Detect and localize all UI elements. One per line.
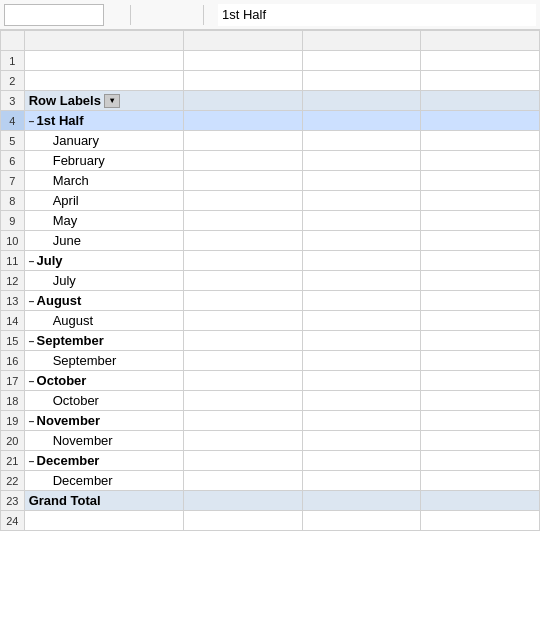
- cell[interactable]: [421, 131, 540, 151]
- cell[interactable]: [184, 431, 303, 451]
- cell[interactable]: [184, 451, 303, 471]
- cell[interactable]: [24, 51, 184, 71]
- cell[interactable]: [421, 171, 540, 191]
- cell[interactable]: [421, 511, 540, 531]
- formula-input[interactable]: [218, 4, 536, 26]
- cell[interactable]: [302, 111, 421, 131]
- collapse-icon[interactable]: −: [29, 416, 35, 427]
- cell[interactable]: [184, 171, 303, 191]
- cell[interactable]: December: [24, 471, 184, 491]
- cell[interactable]: [421, 451, 540, 471]
- cell[interactable]: [302, 91, 421, 111]
- cell[interactable]: [184, 291, 303, 311]
- cell[interactable]: [184, 151, 303, 171]
- cell[interactable]: [302, 331, 421, 351]
- collapse-icon[interactable]: −: [29, 456, 35, 467]
- cell[interactable]: [302, 51, 421, 71]
- cell[interactable]: [184, 131, 303, 151]
- cell[interactable]: [24, 71, 184, 91]
- cell[interactable]: [302, 431, 421, 451]
- cell[interactable]: [421, 271, 540, 291]
- cancel-button[interactable]: [157, 4, 177, 26]
- cell[interactable]: Row Labels▾: [24, 91, 184, 111]
- cell[interactable]: April: [24, 191, 184, 211]
- cell[interactable]: [302, 351, 421, 371]
- collapse-icon[interactable]: −: [29, 336, 35, 347]
- cell[interactable]: [421, 411, 540, 431]
- cell[interactable]: [302, 131, 421, 151]
- cell[interactable]: [184, 71, 303, 91]
- filter-dropdown-button[interactable]: ▾: [104, 94, 120, 108]
- cell[interactable]: −December: [24, 451, 184, 471]
- cell[interactable]: −November: [24, 411, 184, 431]
- cell[interactable]: [421, 331, 540, 351]
- collapse-icon[interactable]: −: [29, 296, 35, 307]
- cell[interactable]: May: [24, 211, 184, 231]
- cell[interactable]: −1st Half: [24, 111, 184, 131]
- cell[interactable]: [184, 351, 303, 371]
- cell[interactable]: [302, 511, 421, 531]
- cell[interactable]: [302, 211, 421, 231]
- cell[interactable]: June: [24, 231, 184, 251]
- cell[interactable]: [302, 451, 421, 471]
- cell[interactable]: October: [24, 391, 184, 411]
- cell[interactable]: [184, 51, 303, 71]
- cell[interactable]: [302, 371, 421, 391]
- cell[interactable]: [421, 211, 540, 231]
- cell[interactable]: [184, 111, 303, 131]
- cell[interactable]: [421, 231, 540, 251]
- cell[interactable]: [302, 411, 421, 431]
- cell[interactable]: [421, 71, 540, 91]
- cell[interactable]: [421, 251, 540, 271]
- cell[interactable]: [421, 351, 540, 371]
- cell[interactable]: November: [24, 431, 184, 451]
- cell[interactable]: [421, 111, 540, 131]
- cell[interactable]: [421, 371, 540, 391]
- cell[interactable]: [421, 491, 540, 511]
- cell[interactable]: [421, 391, 540, 411]
- cell[interactable]: [184, 211, 303, 231]
- more-options-button[interactable]: [135, 4, 155, 26]
- cell[interactable]: [184, 491, 303, 511]
- cell[interactable]: [184, 271, 303, 291]
- cell[interactable]: [184, 371, 303, 391]
- cell[interactable]: [184, 391, 303, 411]
- cell[interactable]: [302, 71, 421, 91]
- cell[interactable]: [302, 311, 421, 331]
- cell[interactable]: [184, 511, 303, 531]
- cell[interactable]: July: [24, 271, 184, 291]
- cell[interactable]: [421, 431, 540, 451]
- cell[interactable]: [421, 91, 540, 111]
- cell[interactable]: [184, 471, 303, 491]
- confirm-button[interactable]: [179, 4, 199, 26]
- cell[interactable]: [302, 251, 421, 271]
- col-header-b[interactable]: [184, 31, 303, 51]
- cell[interactable]: [184, 311, 303, 331]
- cell[interactable]: [302, 191, 421, 211]
- cell[interactable]: [24, 511, 184, 531]
- cell[interactable]: [302, 231, 421, 251]
- cell[interactable]: [421, 471, 540, 491]
- cell[interactable]: [302, 171, 421, 191]
- col-header-d[interactable]: [421, 31, 540, 51]
- cell[interactable]: [302, 471, 421, 491]
- cell[interactable]: [184, 331, 303, 351]
- cell[interactable]: [184, 411, 303, 431]
- cell[interactable]: [421, 291, 540, 311]
- cell[interactable]: −October: [24, 371, 184, 391]
- cell[interactable]: [421, 311, 540, 331]
- collapse-icon[interactable]: −: [29, 116, 35, 127]
- cell[interactable]: [184, 91, 303, 111]
- cell-reference-box[interactable]: [4, 4, 104, 26]
- col-header-a[interactable]: [24, 31, 184, 51]
- collapse-icon[interactable]: −: [29, 256, 35, 267]
- cell[interactable]: −August: [24, 291, 184, 311]
- cell[interactable]: [421, 151, 540, 171]
- cell[interactable]: [302, 391, 421, 411]
- cell[interactable]: [184, 191, 303, 211]
- cell[interactable]: [184, 251, 303, 271]
- cell[interactable]: [302, 491, 421, 511]
- cell[interactable]: March: [24, 171, 184, 191]
- collapse-icon[interactable]: −: [29, 376, 35, 387]
- cell[interactable]: [302, 151, 421, 171]
